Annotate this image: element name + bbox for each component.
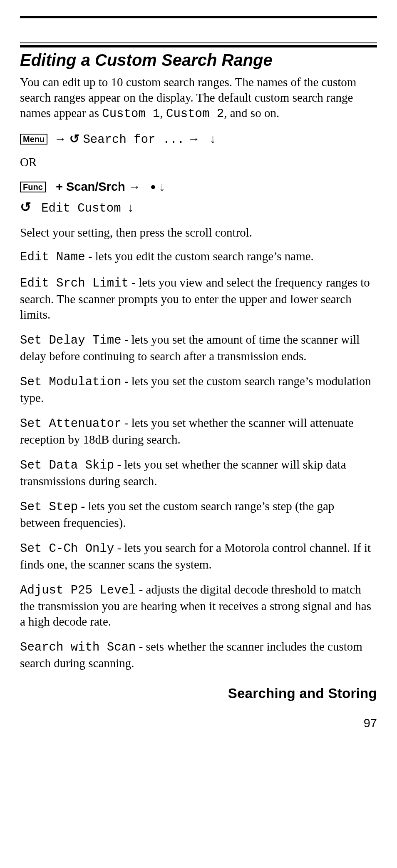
def-item: Search with Scan - sets whether the scan…: [20, 639, 377, 671]
seq2-edit-text: Edit Custom: [41, 202, 121, 215]
intro-code-2: Custom 2: [166, 107, 224, 121]
def-item: Edit Srch Limit - lets you view and sele…: [20, 275, 377, 322]
def-term: Set Delay Time: [20, 334, 122, 347]
section-heading: Editing a Custom Search Range: [20, 51, 377, 70]
rotate-icon: ↻: [20, 197, 31, 217]
dot-icon: •: [151, 179, 156, 195]
heading-rule: [20, 42, 377, 47]
def-term: Set Modulation: [20, 375, 122, 389]
def-item: Set Attenuator - lets you set whether th…: [20, 415, 377, 447]
menu-key-icon: Menu: [20, 134, 47, 145]
footer-section-title: Searching and Storing: [20, 686, 377, 701]
def-item: Set C-Ch Only - lets you search for a Mo…: [20, 540, 377, 572]
def-item: Adjust P25 Level - adjusts the digital d…: [20, 582, 377, 629]
seq2-scan-label: Scan/Srch: [66, 180, 125, 193]
def-term: Edit Srch Limit: [20, 277, 129, 290]
top-rule: [20, 16, 377, 18]
func-key-icon: Func: [20, 182, 46, 192]
def-term: Set Step: [20, 500, 78, 514]
definitions-list: Edit Name - lets you edit the custom sea…: [20, 249, 377, 671]
def-term: Set Data Skip: [20, 459, 114, 472]
def-item: Edit Name - lets you edit the custom sea…: [20, 249, 377, 265]
def-item: Set Step - lets you set the custom searc…: [20, 499, 377, 530]
rotate-icon: ↻: [69, 130, 79, 147]
def-item: Set Data Skip - lets you set whether the…: [20, 457, 377, 489]
intro-sep: ,: [160, 106, 166, 120]
page-number: 97: [20, 716, 377, 730]
def-term: Adjust P25 Level: [20, 584, 136, 597]
sequence-1: Menu → ↻ Search for ... → ↓: [20, 130, 377, 149]
page: Editing a Custom Search Range You can ed…: [0, 0, 397, 868]
arrow-right-icon: →: [188, 132, 200, 145]
intro-code-1: Custom 1: [102, 107, 160, 121]
arrow-right-icon: →: [54, 132, 66, 145]
intro-paragraph: You can edit up to 10 custom search rang…: [20, 75, 377, 122]
intro-text-suffix: , and so on.: [224, 106, 279, 120]
def-desc: - lets you edit the custom search range’…: [85, 249, 314, 263]
or-label: OR: [20, 155, 377, 170]
arrow-down-icon: ↓: [128, 201, 134, 214]
def-term: Set C-Ch Only: [20, 542, 114, 556]
def-item: Set Modulation - lets you set the custom…: [20, 374, 377, 405]
def-term: Set Attenuator: [20, 417, 122, 431]
arrow-right-icon: →: [129, 180, 141, 193]
plus-icon: +: [56, 180, 63, 193]
def-term: Search with Scan: [20, 641, 136, 654]
def-term: Edit Name: [20, 250, 85, 264]
arrow-down-icon: ↓: [159, 180, 165, 193]
instruction-text: Select your setting, then press the scro…: [20, 225, 377, 240]
seq1-menu-text: Search for ...: [83, 133, 184, 147]
arrow-down-icon: ↓: [210, 132, 216, 145]
def-item: Set Delay Time - lets you set the amount…: [20, 332, 377, 364]
sequence-2: Func + Scan/Srch → • ↓ ↻ Edit Custom ↓: [20, 177, 377, 217]
